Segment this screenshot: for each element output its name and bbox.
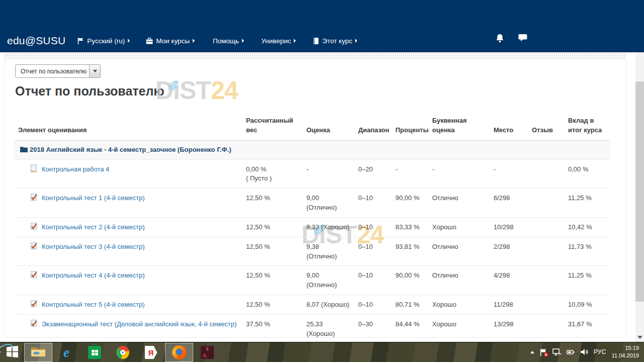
grade-item-link[interactable]: Контрольный тест 2 (4-й семестр) [42,223,144,231]
yandex-browser-icon: Я [145,346,157,359]
table-row: Контрольный тест 1 (4-й семестр) 12,50 %… [14,189,610,218]
cell-contribution: 0,00 % [564,159,610,189]
grade-item-link[interactable]: Экзаменационный тест (Деловой английский… [42,320,236,328]
cell-rank: 13/298 [490,314,528,343]
app-4-icon: 4. [201,346,214,359]
category-row: 2018 Английский язык - 4-й семестр_заочн… [14,140,610,159]
grade-report-table: Элемент оценивания Рассчитанный вес Оцен… [14,116,610,362]
cell-range: 0–30 [354,314,391,343]
col-header-range: Диапазон [354,116,391,140]
cell-percentage: 90,00 % [391,266,428,295]
folder-icon [20,146,28,155]
table-row: Контрольный тест 2 (4-й семестр) 12,50 %… [14,217,610,237]
select-dropdown-button[interactable] [89,65,100,77]
quiz-icon [30,319,38,330]
nav-item-this-course[interactable]: Этот курс [313,37,357,45]
cell-weight: 12,50 % [242,189,302,218]
page-background-dots [4,53,626,59]
grade-item-link[interactable]: Контрольный тест 4 (4-й семестр) [42,272,144,279]
report-type-select-value: Отчет по пользователю [16,65,89,77]
cell-range: 0–10 [354,295,391,315]
vertical-scrollbar[interactable] [635,52,644,342]
cell-rank: 11/298 [490,295,528,315]
grade-item-link[interactable]: Контрольный тест 3 (4-й семестр) [42,243,144,250]
table-row: Контрольный тест 5 (4-й семестр) 12,50 %… [14,295,610,315]
cell-rank: 4/298 [490,266,528,295]
grade-item-link[interactable]: Контрольная работа 4 [42,165,109,173]
cell-weight: 12,50 % [242,217,302,237]
cell-rank: 6/298 [490,189,528,218]
cell-rank: - [490,159,528,189]
table-row: Контрольный тест 4 (4-й семестр) 12,50 %… [14,266,610,295]
col-header-letter-grade: Буквенная оценка [428,116,490,140]
site-logo[interactable]: edu@SUSU [7,35,65,47]
action-center-flag-icon[interactable]: ✕ [540,348,547,356]
cell-rank: 10/298 [490,217,528,237]
cell-range: 0–10 [354,217,391,237]
scrollbar-thumb[interactable] [635,81,644,302]
scrollbar-down-arrow-icon[interactable] [637,336,642,339]
chat-icon[interactable] [518,34,527,45]
taskbar-chrome[interactable] [109,343,137,362]
table-header-row: Элемент оценивания Рассчитанный вес Оцен… [14,116,610,140]
cell-range: 0–20 [354,159,391,189]
grade-item-link[interactable]: Контрольный тест 1 (4-й семестр) [42,194,144,202]
cell-feedback [528,237,564,266]
nav-item-language[interactable]: Русский (ru) [77,37,130,45]
nav-item-label: Универис [261,37,291,45]
nav-item-help[interactable]: Помощь [213,37,244,45]
book-icon [313,38,319,44]
cell-letter: Отлично [428,189,490,218]
cell-letter: Отлично [428,266,490,295]
expand-caret-icon[interactable] [530,351,534,353]
taskbar-firefox[interactable] [165,343,193,362]
system-tray: ✕ РУС 15:19 11.04.2019 [530,342,644,362]
cell-percentage: 80,71 % [391,295,428,315]
taskbar-app-4[interactable]: 4. [193,343,221,362]
error-badge: ✕ [544,352,548,357]
cell-feedback [528,295,564,315]
caret-right-icon [242,39,244,43]
cell-contribution: 31,67 % [564,314,610,343]
volume-icon[interactable] [580,348,588,355]
col-header-rank: Место [490,116,528,140]
report-type-select[interactable]: Отчет по пользователю [15,64,101,78]
cell-range: 0–10 [354,189,391,218]
bell-icon[interactable] [496,34,504,45]
nav-item-label: Русский (ru) [87,37,125,45]
chrome-icon [116,346,129,359]
taskbar-internet-explorer[interactable]: e [52,343,80,362]
grade-item-link[interactable]: Контрольный тест 5 (4-й семестр) [42,301,144,308]
network-icon[interactable] [552,348,561,356]
nav-item-label: Этот курс [322,37,352,45]
battery-icon[interactable] [567,348,575,355]
cell-weight: 0,00 % ( Пусто ) [242,159,302,189]
col-header-percentage: Проценты [391,116,428,140]
cell-letter: Хорошо [428,314,490,343]
cell-grade: 8,07 (Хорошо) [302,295,354,315]
table-row: Контрольный тест 3 (4-й семестр) 12,50 %… [14,237,610,266]
taskbar-file-explorer[interactable] [24,343,52,362]
content-card: Отчет по пользователю Отчет по пользоват… [4,59,626,338]
cell-weight: 12,50 % [242,237,302,266]
windows-store-icon [88,346,101,359]
dist24-watermark: DiST24 [155,76,238,105]
caret-right-icon [193,39,195,43]
language-indicator[interactable]: РУС [594,348,606,355]
table-row: Экзаменационный тест (Деловой английский… [14,314,610,343]
chevron-down-icon [93,70,97,72]
cell-weight: 12,50 % [242,266,302,295]
cell-feedback [528,217,564,237]
nav-item-my-courses[interactable]: Мои курсы [146,37,195,45]
col-header-feedback: Отзыв [528,116,564,140]
cell-grade: 9,38 (Отлично) [302,237,354,266]
firefox-icon [172,345,186,359]
nav-item-univeris[interactable]: Универис [261,37,296,45]
taskbar-yandex[interactable]: Я [137,343,165,362]
taskbar-windows-store[interactable] [80,343,109,362]
cell-percentage: - [391,159,428,189]
file-explorer-icon [31,345,46,359]
cell-contribution: 11,25 % [564,189,610,218]
cell-rank: 2/298 [490,237,528,266]
tray-clock[interactable]: 15:19 11.04.2019 [612,344,639,359]
